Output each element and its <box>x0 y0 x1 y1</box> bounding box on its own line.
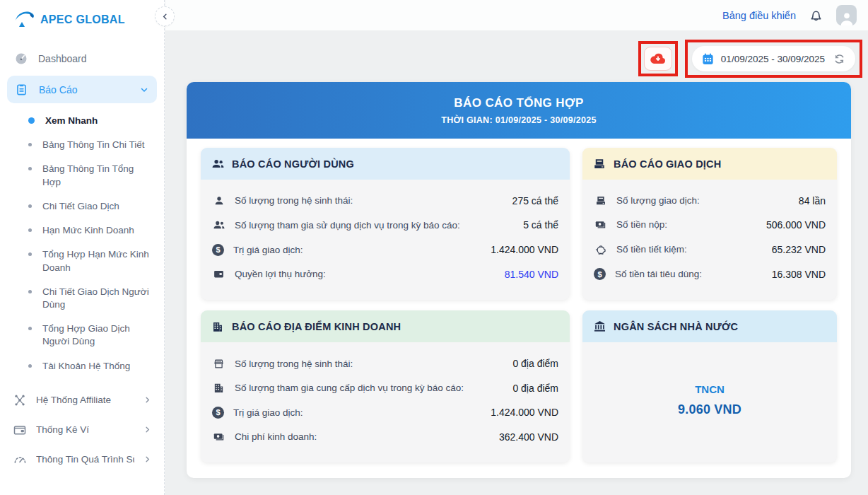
bullet-dot-icon <box>28 167 32 170</box>
brand-logo[interactable]: APEC GLOBAL <box>0 0 164 28</box>
card-header: NGÂN SÁCH NHÀ NƯỚC <box>582 310 837 342</box>
card-title: NGÂN SÁCH NHÀ NƯỚC <box>614 321 738 332</box>
sidebar-item-tai-khoan-he-thong[interactable]: Tài Khoản Hệ Thống <box>0 354 164 378</box>
stat-row: Số lượng giao dịch: 84 lần <box>594 195 826 206</box>
banknote-icon <box>212 431 225 443</box>
speedometer-icon <box>13 453 27 467</box>
sidebar: APEC GLOBAL Dashboard Báo Cáo Xem Nhanh <box>0 0 165 495</box>
building-icon <box>211 320 225 333</box>
sidebar-item-bao-cao[interactable]: Báo Cáo <box>7 76 157 103</box>
wallet-card-icon <box>212 268 225 280</box>
gauge-icon <box>14 52 28 66</box>
bullet-dot-icon <box>28 252 32 256</box>
download-report-button[interactable] <box>644 47 672 71</box>
sidebar-item-bang-thong-tin-chi-tiet[interactable]: Bảng Thông Tin Chi Tiết <box>0 133 164 157</box>
receipt-icon <box>593 158 606 170</box>
main-content: 01/09/2025 - 30/09/2025 BÁO CÁO TỔNG HỢP… <box>165 30 868 495</box>
report-controls: 01/09/2025 - 30/09/2025 <box>165 40 862 78</box>
receipt-icon <box>594 195 607 206</box>
sidebar-item-tong-hop-han-muc-kinh-doanh[interactable]: Tổng Hợp Hạn Mức Kinh Doanh <box>0 243 164 279</box>
card-body: Số lượng trong hệ sinh thái: 275 cá thể … <box>201 180 570 300</box>
stat-row: Số lượng tham gia cung cấp dịch vụ trong… <box>212 382 558 394</box>
card-body: Số lượng trong hệ sinh thái: 0 địa điểm … <box>201 342 570 462</box>
date-range-picker[interactable]: 01/09/2025 - 30/09/2025 <box>692 46 855 71</box>
notification-bell-icon[interactable] <box>808 7 824 23</box>
sidebar-item-chi-tiet-giao-dich[interactable]: Chi Tiết Giao Dịch <box>0 194 164 219</box>
card-title: BÁO CÁO ĐỊA ĐIỂM KINH DOANH <box>232 321 401 332</box>
dollar-circle-icon: $ <box>212 407 224 419</box>
sidebar-item-label: Dashboard <box>38 53 87 64</box>
stat-row: Số lượng tham gia sử dụng dịch vụ trong … <box>212 219 558 231</box>
card-header: BÁO CÁO NGƯỜI DÙNG <box>201 148 570 180</box>
building-icon <box>212 382 225 394</box>
sidebar-item-thong-tin-qua-trinh-su[interactable]: Thông Tin Quá Trình Sử <box>0 445 164 474</box>
wallet-icon <box>13 423 27 437</box>
brand-swoosh-icon <box>14 9 37 28</box>
bullet-dot-icon <box>28 364 32 368</box>
sidebar-item-dashboard[interactable]: Dashboard <box>0 45 164 73</box>
card-ngan-sach-nha-nuoc: NGÂN SÁCH NHÀ NƯỚC TNCN 9.060 VND <box>582 310 837 462</box>
sidebar-item-thong-ke-vi[interactable]: Thống Kê Ví <box>0 415 164 445</box>
sidebar-collapse-button[interactable] <box>155 6 175 26</box>
bullet-dot-icon <box>28 143 32 146</box>
card-bao-cao-dia-diem-kinh-doanh: BÁO CÁO ĐỊA ĐIỂM KINH DOANH Số lượng tro… <box>201 310 570 462</box>
brand-name: APEC GLOBAL <box>40 13 125 28</box>
bullet-dot-icon <box>28 228 32 232</box>
date-range-value: 01/09/2025 - 30/09/2025 <box>721 54 825 64</box>
card-title: BÁO CÁO NGƯỜI DÙNG <box>232 158 354 170</box>
bank-icon <box>593 320 606 333</box>
sidebar-item-bang-thong-tin-tong-hop[interactable]: Bảng Thông Tin Tổng Hợp <box>0 157 164 194</box>
sidebar-item-chi-tiet-giao-dich-nguoi-dung[interactable]: Chi Tiết Giao Dịch Người Dùng <box>0 280 164 317</box>
bullet-dot-icon <box>28 327 32 330</box>
report-title: BÁO CÁO TỔNG HỢP <box>454 96 583 110</box>
people-icon <box>212 219 225 231</box>
sidebar-item-he-thong-affiliate[interactable]: Hệ Thống Affiliate <box>0 385 164 415</box>
card-bao-cao-nguoi-dung: BÁO CÁO NGƯỜI DÙNG Số lượng trong hệ sin… <box>201 148 570 300</box>
sidebar-group-list: Hệ Thống Affiliate Thống Kê Ví Thông Tin <box>0 385 164 474</box>
dollar-circle-icon: $ <box>212 244 224 256</box>
sidebar-nav: Dashboard Báo Cáo Xem Nhanh Bảng Thông T… <box>0 45 164 474</box>
chevron-down-icon <box>140 86 148 94</box>
stat-row: Số lượng trong hệ sinh thái: 275 cá thể <box>212 195 558 206</box>
report-banner: BÁO CÁO TỔNG HỢP THỜI GIAN: 01/09/2025 -… <box>187 82 851 139</box>
piggy-bank-icon <box>594 243 607 256</box>
stat-row: Số tiền tiết kiệm: 65.232 VND <box>594 243 826 256</box>
stat-row: Quyền lợi thụ hưởng: 81.540 VND <box>212 268 558 280</box>
stat-row: $ Trị giá giao dịch: 1.424.000 VND <box>212 244 558 256</box>
user-avatar[interactable] <box>836 5 857 25</box>
calendar-icon <box>701 52 715 66</box>
sidebar-item-xem-nhanh[interactable]: Xem Nhanh <box>0 109 164 133</box>
network-icon <box>13 393 27 407</box>
bullet-dot-icon <box>28 290 32 293</box>
clipboard-icon <box>15 83 29 96</box>
active-dot-icon <box>28 117 35 124</box>
bullet-dot-icon <box>28 204 32 208</box>
card-header: BÁO CÁO ĐỊA ĐIỂM KINH DOANH <box>201 310 570 342</box>
dashboard-link[interactable]: Bảng điều khiển <box>722 10 796 21</box>
report-period: THỜI GIAN: 01/09/2025 - 30/09/2025 <box>441 115 597 125</box>
chevron-right-icon <box>143 455 151 463</box>
sidebar-sub-list: Xem Nhanh Bảng Thông Tin Chi Tiết Bảng T… <box>0 109 164 378</box>
card-header: BÁO CÁO GIAO DỊCH <box>582 148 837 180</box>
stat-row: Chi phí kinh doanh: 362.400 VND <box>212 431 558 443</box>
sidebar-item-han-muc-kinh-doanh[interactable]: Hạn Mức Kinh Doanh <box>0 219 164 243</box>
chevron-right-icon <box>143 426 151 433</box>
card-bao-cao-giao-dich: BÁO CÁO GIAO DỊCH Số lượng giao dịch: 84… <box>582 148 837 300</box>
chevron-right-icon <box>143 396 151 404</box>
report-summary-card: BÁO CÁO TỔNG HỢP THỜI GIAN: 01/09/2025 -… <box>187 82 851 478</box>
card-title: BÁO CÁO GIAO DỊCH <box>614 158 721 170</box>
dollar-circle-icon: $ <box>594 268 606 280</box>
card-body: Số lượng giao dịch: 84 lần Số tiền nộp: … <box>582 180 837 300</box>
banknote-icon <box>594 219 607 231</box>
stat-row: $ Số tiền tái tiêu dùng: 16.308 VND <box>594 268 826 280</box>
refresh-icon[interactable] <box>833 52 846 66</box>
stat-row: Số lượng trong hệ sinh thái: 0 địa điểm <box>212 358 558 370</box>
tncn-label: TNCN <box>695 383 725 395</box>
stat-row: $ Trị giá giao dịch: 1.424.000 VND <box>212 407 558 419</box>
card-body: TNCN 9.060 VND <box>582 342 837 462</box>
person-icon <box>212 195 225 206</box>
people-icon <box>211 157 225 170</box>
storefront-icon <box>212 358 225 370</box>
chevron-left-icon <box>161 13 169 21</box>
sidebar-item-tong-hop-giao-dich-nguoi-dung[interactable]: Tổng Hợp Giao Dịch Người Dùng <box>0 317 164 354</box>
